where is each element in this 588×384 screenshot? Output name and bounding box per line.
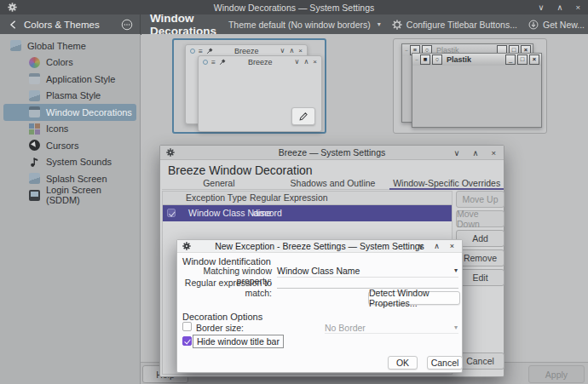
tab-window-specific-overrides[interactable]: Window-Specific Overrides	[389, 178, 504, 188]
pin-icon	[219, 59, 226, 66]
hide-titlebar-label: Hide window title bar	[197, 336, 280, 347]
remove-button[interactable]: Remove	[456, 249, 504, 267]
login-screen-icon	[29, 190, 40, 201]
plastik-sticky-icon: ○	[432, 54, 442, 65]
sidebar-item-window-decorations[interactable]: Window Decorations	[3, 104, 136, 121]
matching-property-combobox[interactable]: Window Class Name	[277, 266, 360, 276]
tab-shadows-and-outline[interactable]: Shadows and Outline	[276, 178, 390, 188]
preview-window-title: Breeze	[229, 58, 291, 66]
application-style-icon	[29, 73, 40, 84]
breeze-appmenu-icon	[190, 49, 195, 54]
sidebar-item-cursors[interactable]: Cursors	[3, 137, 136, 154]
cancel-button[interactable]: Cancel	[427, 356, 463, 370]
get-new-label: Get New...	[543, 20, 585, 30]
page-title: Window Decorations	[150, 12, 228, 37]
maximize-icon: ∧	[303, 58, 308, 66]
hide-titlebar-checkbox[interactable]	[182, 336, 192, 346]
theme-card-plastik[interactable]: ··· ≡ ○ Plastik _ □ × ··· ■ ○ Plastik _ …	[393, 38, 547, 134]
sidebar-item-global-theme[interactable]: Global Theme	[3, 37, 136, 54]
splash-screen-icon	[29, 173, 40, 184]
close-button[interactable]: ×	[491, 148, 496, 158]
menu-icon: ≡	[199, 47, 203, 55]
add-button[interactable]: Add	[456, 230, 504, 247]
plastik-menu-dots-icon: ···	[405, 48, 407, 53]
sidebar-item-application-style[interactable]: Application Style	[3, 71, 136, 88]
main-window-titlebar[interactable]: Window Decorations — System Settings ∨ ∧…	[0, 0, 588, 14]
chevron-down-icon: ▾	[378, 20, 381, 28]
configure-titlebar-buttons-button[interactable]: Configure Titlebar Buttons...	[392, 20, 517, 30]
download-circle-icon	[528, 20, 539, 30]
sidebar-item-label: Icons	[46, 123, 68, 134]
table-row[interactable]: Window Class Name discord	[163, 205, 452, 221]
tab-general[interactable]: General	[162, 178, 276, 188]
section-decoration-options: Decoration Options	[182, 312, 262, 322]
sidebar-item-label: Global Theme	[27, 41, 86, 51]
plastik-shade-icon: ■	[420, 54, 430, 65]
border-size-checkbox[interactable]	[182, 322, 192, 331]
chevron-down-icon: ▾	[454, 267, 458, 274]
edit-button[interactable]: Edit	[456, 269, 504, 286]
window-decorations-icon	[29, 106, 40, 117]
sidebar-item-label: Login Screen (SDDM)	[46, 185, 136, 205]
close-icon: ×	[529, 54, 539, 65]
chevron-down-icon: ▾	[454, 324, 458, 331]
cell-regular-expression: discord	[253, 208, 282, 218]
sidebar-item-plasma-style[interactable]: Plasma Style	[3, 88, 136, 105]
pencil-icon	[299, 112, 308, 121]
exception-dialog-titlebar[interactable]: New Exception - Breeze Settings — System…	[177, 240, 462, 253]
sidebar-item-system-sounds[interactable]: System Sounds	[3, 154, 136, 171]
column-header-regular-expression[interactable]: Regular Expression	[250, 192, 328, 203]
move-up-button[interactable]: Move Up	[456, 191, 504, 208]
column-header-exception-type[interactable]: Exception Type	[186, 192, 247, 203]
minimize-button[interactable]: ∨	[454, 148, 460, 158]
theme-card-breeze[interactable]: ≡ Breeze ∨∧× ≡ Breeze ∨∧×	[172, 38, 326, 134]
active-tab-underline	[389, 188, 504, 190]
cancel-button[interactable]: Cancel	[456, 352, 504, 370]
sidebar-item-label: Plasma Style	[46, 90, 101, 100]
dialog-heading: Breeze Window Decoration	[168, 163, 313, 177]
maximize-button[interactable]: ∧	[434, 242, 440, 250]
preview-window-title: Breeze	[216, 47, 277, 55]
sidebar-item-login-screen[interactable]: Login Screen (SDDM)	[3, 187, 136, 204]
overflow-menu-icon[interactable]	[121, 19, 133, 31]
sidebar-item-label: Window Decorations	[46, 107, 132, 117]
row-checkbox[interactable]	[167, 209, 176, 217]
minimize-button[interactable]: ∨	[418, 242, 424, 250]
combobox-underline	[277, 277, 458, 278]
pin-icon	[206, 48, 213, 54]
border-size-combobox[interactable]: No Border	[325, 323, 366, 333]
maximize-button[interactable]: ∧	[472, 148, 478, 158]
global-theme-icon	[10, 40, 21, 51]
detect-window-properties-button[interactable]: Detect Window Properties...	[368, 291, 460, 305]
sidebar-item-label: Cursors	[46, 140, 79, 151]
new-exception-dialog: New Exception - Breeze Settings — System…	[176, 239, 463, 373]
minimize-icon: ∨	[295, 58, 300, 66]
minimize-button[interactable]: ∨	[539, 3, 545, 12]
minimize-icon: ∨	[280, 47, 285, 54]
main-toolbar: Colors & Themes Window Decorations Theme…	[0, 14, 588, 35]
sidebar-item-icons[interactable]: Icons	[3, 121, 136, 138]
maximize-button[interactable]: ∧	[556, 3, 562, 12]
maximize-icon: ∧	[289, 47, 294, 54]
ok-button[interactable]: OK	[388, 356, 418, 370]
menu-icon: ≡	[211, 58, 216, 66]
close-button[interactable]: ×	[450, 242, 454, 250]
sidebar-item-colors[interactable]: Colors	[3, 54, 136, 72]
breadcrumb[interactable]: Colors & Themes	[0, 14, 141, 34]
theme-dropdown[interactable]: Theme default (No window borders) ▾	[228, 20, 381, 30]
border-size-label: Border size:	[196, 323, 244, 333]
preview-window-title: Plastik	[444, 55, 504, 64]
breeze-appmenu-icon	[203, 60, 208, 65]
music-note-icon	[29, 157, 40, 168]
plasma-style-icon	[29, 90, 40, 101]
close-button[interactable]: ×	[575, 3, 580, 12]
hide-titlebar-label-focus[interactable]: Hide window title bar	[193, 335, 284, 348]
move-down-button[interactable]: Move Down	[456, 210, 504, 227]
get-new-button[interactable]: Get New...	[528, 20, 585, 30]
breeze-dialog-titlebar[interactable]: Breeze — System Settings ∨ ∧ ×	[160, 146, 504, 160]
plastik-preview-front-window: ··· ■ ○ Plastik _ □ ×	[412, 53, 542, 128]
sidebar-item-label: Splash Screen	[46, 174, 107, 184]
sidebar: Global Theme Colors Application Style Pl…	[0, 34, 141, 384]
apply-button[interactable]: Apply	[528, 365, 585, 383]
edit-theme-button[interactable]	[291, 107, 315, 125]
